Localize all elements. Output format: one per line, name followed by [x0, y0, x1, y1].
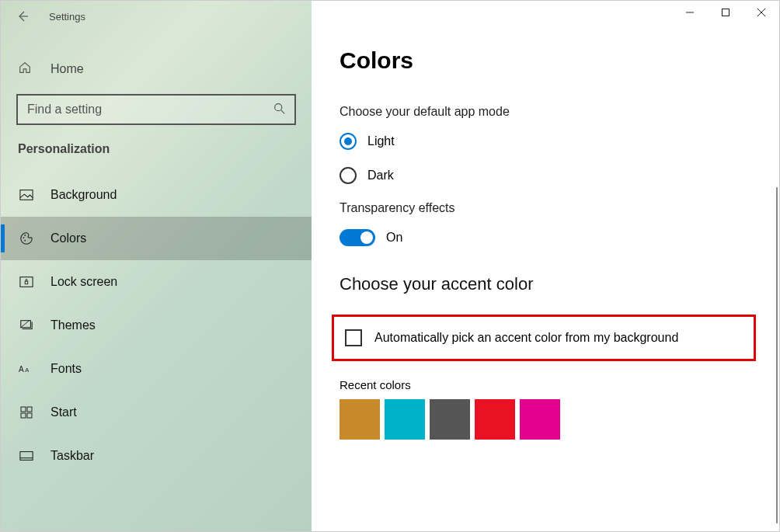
svg-rect-13 — [27, 413, 32, 418]
sidebar-category: Personalization — [1, 137, 312, 173]
color-swatch[interactable] — [340, 399, 380, 440]
close-button[interactable] — [743, 1, 779, 24]
color-swatch[interactable] — [385, 399, 425, 440]
window-controls — [672, 1, 779, 24]
minimize-button[interactable] — [672, 1, 708, 24]
scrollbar[interactable] — [776, 187, 778, 523]
sidebar-item-colors[interactable]: Colors — [1, 217, 312, 260]
radio-icon — [340, 167, 357, 184]
sidebar-item-label: Themes — [50, 318, 96, 332]
radio-label: Dark — [367, 169, 394, 183]
taskbar-icon — [18, 450, 35, 461]
sidebar-item-label: Start — [50, 405, 77, 419]
sidebar-nav: Background Colors Lock screen Themes — [1, 173, 312, 478]
sidebar-item-themes[interactable]: Themes — [1, 304, 312, 347]
start-icon — [18, 406, 35, 419]
transparency-toggle[interactable] — [340, 229, 375, 246]
search-input[interactable] — [16, 94, 296, 125]
svg-rect-5 — [20, 277, 33, 287]
svg-rect-17 — [723, 9, 730, 16]
back-button[interactable] — [12, 5, 33, 27]
main-content: Colors Choose your default app mode Ligh… — [312, 1, 779, 531]
accent-auto-checkbox[interactable] — [345, 329, 362, 346]
svg-rect-11 — [27, 407, 32, 412]
fonts-icon: AA — [18, 363, 35, 375]
toggle-state-label: On — [386, 231, 402, 245]
page-heading: Colors — [340, 47, 748, 74]
transparency-label: Transparency effects — [340, 201, 748, 215]
home-icon — [18, 61, 35, 78]
radio-label: Light — [367, 134, 395, 148]
image-icon — [18, 189, 35, 201]
sidebar-item-background[interactable]: Background — [1, 173, 312, 217]
svg-point-2 — [23, 237, 25, 238]
sidebar-item-label: Lock screen — [50, 275, 117, 289]
svg-text:A: A — [19, 365, 24, 374]
accent-heading: Choose your accent color — [340, 274, 748, 294]
color-swatch[interactable] — [430, 399, 470, 440]
color-swatch[interactable] — [520, 399, 560, 440]
titlebar-left: Settings — [1, 1, 312, 32]
themes-icon — [18, 318, 35, 332]
sidebar-home-label: Home — [50, 62, 84, 76]
svg-point-0 — [275, 104, 282, 111]
maximize-button[interactable] — [708, 1, 743, 24]
radio-light[interactable]: Light — [340, 133, 748, 150]
accent-auto-label: Automatically pick an accent color from … — [374, 331, 678, 345]
palette-icon — [18, 231, 35, 245]
sidebar-item-lock-screen[interactable]: Lock screen — [1, 260, 312, 304]
recent-colors-label: Recent colors — [340, 378, 748, 391]
sidebar-item-label: Fonts — [50, 362, 82, 376]
sidebar: Settings Home Personalization Background — [1, 1, 312, 531]
transparency-toggle-row: On — [340, 229, 748, 246]
sidebar-item-label: Taskbar — [50, 449, 94, 463]
svg-point-3 — [24, 235, 26, 236]
svg-rect-1 — [20, 190, 33, 200]
sidebar-item-fonts[interactable]: AA Fonts — [1, 347, 312, 391]
sidebar-item-label: Colors — [50, 231, 86, 245]
sidebar-home[interactable]: Home — [1, 47, 312, 91]
settings-window: Settings Home Personalization Background — [1, 1, 779, 531]
search-icon — [273, 102, 287, 119]
search-container — [16, 94, 296, 125]
svg-rect-10 — [21, 407, 26, 412]
color-swatch[interactable] — [475, 399, 515, 440]
radio-dark[interactable]: Dark — [340, 167, 748, 184]
sidebar-item-start[interactable]: Start — [1, 391, 312, 434]
svg-point-4 — [24, 240, 26, 242]
lock-screen-icon — [18, 276, 35, 288]
sidebar-item-taskbar[interactable]: Taskbar — [1, 434, 312, 478]
svg-rect-14 — [20, 452, 33, 461]
accent-auto-row-highlight: Automatically pick an accent color from … — [332, 315, 756, 361]
recent-colors — [340, 399, 748, 440]
radio-icon — [340, 133, 357, 150]
svg-text:A: A — [25, 367, 29, 374]
sidebar-item-label: Background — [50, 188, 117, 202]
window-title: Settings — [49, 11, 85, 23]
app-mode-label: Choose your default app mode — [340, 105, 748, 119]
svg-rect-12 — [21, 413, 26, 418]
svg-rect-6 — [25, 281, 28, 284]
